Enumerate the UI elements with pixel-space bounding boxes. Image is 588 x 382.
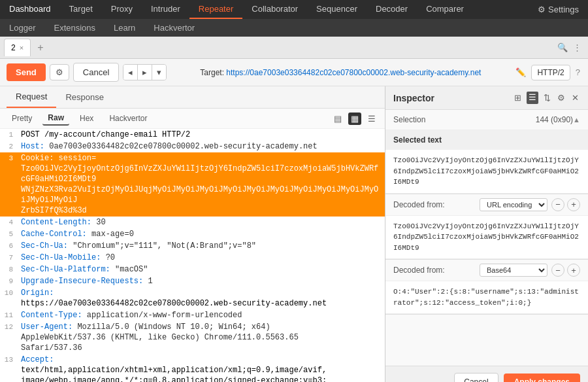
view-tabs: Pretty Raw Hex Hackvertor ▤ ▦ ☰: [0, 109, 385, 129]
selected-text-section: Selected text Tzo0OiJVc2VyIjoyOntzOjg6In…: [385, 130, 588, 194]
decoded-url-section: Decoded from: URL encoding Base64 HTML −…: [385, 194, 588, 260]
request-line: 5 Cache-Control: max-age=0: [0, 228, 385, 240]
nav-proxy[interactable]: Proxy: [102, 0, 142, 19]
selected-text-title: Selected text: [393, 135, 580, 145]
request-line: 6 Sec-Ch-Ua: "Chromium";v="111", "Not(A:…: [0, 240, 385, 252]
tab-close[interactable]: ×: [20, 44, 24, 52]
nav-settings[interactable]: ⚙ Settings: [529, 0, 588, 19]
request-line: 7 Sec-Ch-Ua-Mobile: ?0: [0, 252, 385, 264]
inspector-bottom: Cancel Apply changes: [385, 366, 588, 382]
view-hex[interactable]: Hex: [74, 112, 99, 125]
selection-label: Selection: [393, 115, 536, 124]
decode-row-1: Decoded from: URL encoding Base64 HTML −…: [385, 194, 588, 216]
panel-tabs: Request Response: [0, 86, 385, 109]
decode-actions-1: − +: [551, 198, 580, 211]
request-line: 10 Origin: https://0ae7003e03364482c02ce…: [0, 287, 385, 309]
cancel-button[interactable]: Cancel: [73, 63, 119, 82]
tabs-more-icon[interactable]: ⋮: [570, 40, 584, 55]
request-line: 1 POST /my-account/change-email HTTP/2: [0, 129, 385, 141]
tabs-search-icon[interactable]: 🔍: [555, 40, 570, 55]
inspector-close-icon[interactable]: ✕: [570, 92, 580, 104]
inspector-panel: Inspector ⊞ ☰ ⇅ ⚙ ✕ Selection 144 (0x90)…: [385, 86, 588, 382]
tab-label: 2: [11, 43, 16, 52]
tab-2[interactable]: 2 ×: [4, 39, 31, 56]
nav-learn[interactable]: Learn: [105, 19, 144, 37]
inspector-cancel-button[interactable]: Cancel: [454, 373, 498, 382]
decode-minus-2[interactable]: −: [551, 264, 564, 277]
nav-decoder[interactable]: Decoder: [367, 0, 417, 19]
view-icon-1[interactable]: ▤: [331, 113, 344, 125]
left-panel: Request Response Pretty Raw Hex Hackvert…: [0, 86, 385, 382]
request-line: 8 Sec-Ch-Ua-Platform: "macOS": [0, 264, 385, 275]
tabs-bar: 2 × + 🔍 ⋮: [0, 37, 588, 59]
nav-hackvertor[interactable]: Hackvertor: [144, 19, 204, 37]
decode-plus-2[interactable]: +: [567, 264, 580, 277]
selection-row: Selection 144 (0x90) ▲: [385, 110, 588, 130]
selection-count: 144 (0x90): [536, 115, 573, 124]
down-arrow[interactable]: ▾: [152, 65, 166, 80]
inspector-icons: ⊞ ☰ ⇅ ⚙ ✕: [513, 92, 580, 104]
nav-extensions[interactable]: Extensions: [44, 19, 105, 37]
request-line: 2 Host: 0ae7003e03364482c02ce07800c00002…: [0, 141, 385, 152]
decode-row-2: Decoded from: Base64 URL encoding HTML −…: [385, 260, 588, 281]
request-content[interactable]: 1 POST /my-account/change-email HTTP/2 2…: [0, 129, 385, 382]
decode-plus-1[interactable]: +: [567, 198, 580, 211]
apply-changes-button[interactable]: Apply changes: [504, 373, 580, 382]
view-icon-2[interactable]: ▦: [348, 113, 361, 125]
settings-icon-button[interactable]: ⚙: [50, 64, 69, 80]
inspector-icon-filter[interactable]: ⚙: [556, 92, 566, 104]
nav-repeater[interactable]: Repeater: [189, 0, 242, 19]
view-icons: ▤ ▦ ☰: [331, 113, 378, 125]
back-arrow[interactable]: ◂: [123, 65, 138, 80]
tab-request[interactable]: Request: [7, 86, 56, 108]
decode-minus-1[interactable]: −: [551, 198, 564, 211]
view-pretty[interactable]: Pretty: [7, 112, 37, 125]
nav-intruder[interactable]: Intruder: [142, 0, 189, 19]
tab-response[interactable]: Response: [56, 87, 113, 107]
view-hackvertor[interactable]: Hackvertor: [104, 112, 152, 125]
decode-type-select-1[interactable]: URL encoding Base64 HTML: [480, 198, 547, 211]
selected-text-header[interactable]: Selected text: [385, 130, 588, 150]
request-line: 4 Content-Length: 30: [0, 217, 385, 228]
edit-target-icon[interactable]: ✏️: [514, 66, 527, 78]
decoded-base64-section: Decoded from: Base64 URL encoding HTML −…: [385, 260, 588, 315]
toolbar: Send ⚙ Cancel ◂ ▸ ▾ Target: https://0ae7…: [0, 59, 588, 86]
decoded-text-box-1: Tzo0OiJVc2VyIjoyOntzOjg6InVzZXJuYW1lIjtz…: [385, 216, 588, 260]
inspector-title: Inspector: [393, 93, 513, 103]
nav-collaborator[interactable]: Collaborator: [242, 0, 307, 19]
nav-row1: Dashboard Target Proxy Intruder Repeater…: [0, 0, 588, 19]
request-line-highlight: 3 Cookie: session= Tzo0OiJVc2VyIjoyOntzO…: [0, 152, 385, 217]
selected-text-box: Tzo0OiJVc2VyIjoyOntzOjg6InVzZXJuYW1lIjtz…: [385, 150, 588, 194]
target-url-value: https://0ae7003e03364482c02ce07800c00002…: [226, 68, 481, 77]
nav-dashboard[interactable]: Dashboard: [0, 0, 60, 19]
nav-target[interactable]: Target: [60, 0, 102, 19]
view-raw[interactable]: Raw: [42, 111, 69, 126]
help-button[interactable]: ?: [574, 66, 581, 78]
view-icon-3[interactable]: ☰: [365, 113, 378, 125]
inspector-icon-list[interactable]: ☰: [527, 92, 538, 104]
request-line: 13 Accept: text/html,application/xhtml+x…: [0, 354, 385, 382]
inspector-header: Inspector ⊞ ☰ ⇅ ⚙ ✕: [385, 86, 588, 110]
nav-sequencer[interactable]: Sequencer: [307, 0, 367, 19]
nav-comparer[interactable]: Comparer: [417, 0, 473, 19]
decode-label-1: Decoded from:: [393, 200, 480, 209]
decode-type-select-2[interactable]: Base64 URL encoding HTML: [480, 264, 547, 277]
selection-chevron[interactable]: ▲: [573, 116, 580, 124]
request-line: 11 Content-Type: application/x-www-form-…: [0, 309, 385, 321]
inspector-icon-sort[interactable]: ⇅: [542, 92, 552, 104]
forward-arrow[interactable]: ▸: [138, 65, 152, 80]
main-content: Request Response Pretty Raw Hex Hackvert…: [0, 86, 588, 382]
request-line: 12 User-Agent: Mozilla/5.0 (Windows NT 1…: [0, 321, 385, 354]
send-button[interactable]: Send: [7, 63, 46, 81]
nav-logger[interactable]: Logger: [0, 19, 44, 37]
decoded-text-box-2[interactable]: O:4:"User":2:{s:8:"username";s:13:"admin…: [385, 281, 588, 314]
tab-add-button[interactable]: +: [31, 38, 50, 58]
request-line: 9 Upgrade-Insecure-Requests: 1: [0, 275, 385, 287]
target-url: Target: https://0ae7003e03364482c02ce078…: [171, 68, 510, 77]
inspector-icon-grid[interactable]: ⊞: [513, 92, 523, 104]
nav-arrows: ◂ ▸ ▾: [123, 64, 167, 80]
http-version[interactable]: HTTP/2: [531, 65, 570, 80]
decode-actions-2: − +: [551, 264, 580, 277]
nav-row2: Logger Extensions Learn Hackvertor: [0, 19, 588, 37]
decode-label-2: Decoded from:: [393, 266, 480, 275]
